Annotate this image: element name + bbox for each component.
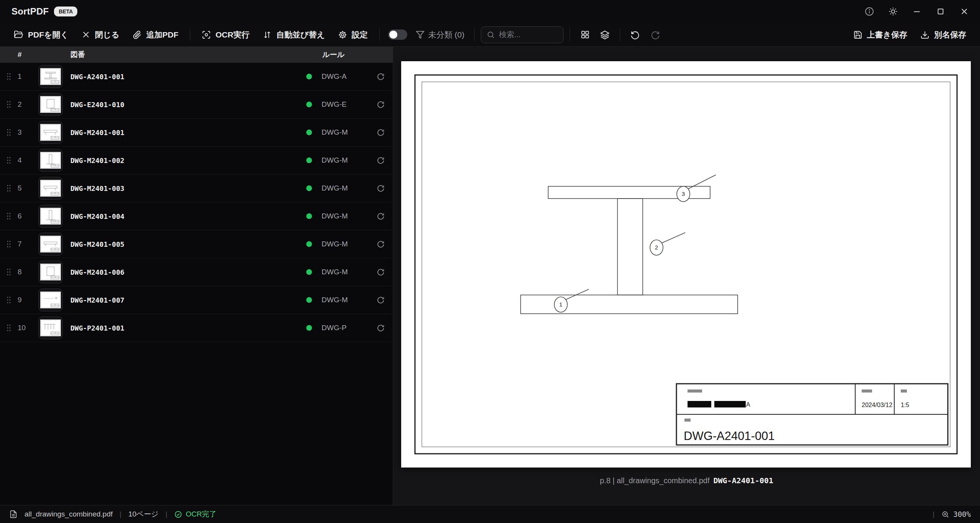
- page-thumbnail: [38, 93, 63, 116]
- drawing-number: DWG-M2401-007: [70, 296, 124, 304]
- table-row[interactable]: 8 DWG-M2401-006 DWG-M: [0, 258, 393, 286]
- toolbar-divider: [620, 28, 620, 41]
- toolbar-divider: [190, 28, 190, 41]
- drawing-number: DWG-M2401-003: [70, 184, 124, 192]
- pdf-page[interactable]: 3 2 1: [401, 61, 971, 468]
- svg-text:2: 2: [655, 244, 658, 251]
- save-as-button[interactable]: 別名保存: [915, 26, 972, 44]
- status-page-count: 10ページ: [128, 509, 158, 519]
- open-pdf-button[interactable]: PDFを開く: [8, 26, 74, 44]
- table-row[interactable]: 3 DWG-M2401-001 DWG-M: [0, 119, 393, 147]
- drag-handle-icon[interactable]: [4, 100, 14, 109]
- status-dot: [306, 158, 312, 163]
- drawing-number: DWG-P2401-001: [70, 324, 124, 332]
- refresh-icon[interactable]: [374, 209, 387, 223]
- table-row[interactable]: 7 DWG-M2401-005 DWG-M: [0, 230, 393, 258]
- page-thumbnail: [38, 233, 63, 256]
- refresh-icon[interactable]: [374, 125, 387, 139]
- table-row[interactable]: 5 DWG-M2401-003 DWG-M: [0, 174, 393, 202]
- auto-sort-button[interactable]: 自動並び替え: [257, 26, 330, 44]
- refresh-icon[interactable]: [374, 70, 387, 83]
- rule-label: DWG-M: [322, 128, 348, 137]
- field-label-bar: [684, 419, 691, 422]
- refresh-icon[interactable]: [374, 98, 387, 111]
- toolbar: PDFを開く 閉じる 追加PDF OCR実行 自動並び替え 設定 未分類 (0): [0, 23, 980, 47]
- close-pdf-button[interactable]: 閉じる: [76, 26, 125, 44]
- row-index: 8: [18, 268, 22, 276]
- drag-handle-icon[interactable]: [4, 156, 14, 165]
- page-thumbnail: [38, 261, 63, 283]
- refresh-icon[interactable]: [374, 237, 387, 251]
- drag-handle-icon[interactable]: [4, 212, 14, 220]
- undo-icon[interactable]: [626, 26, 644, 43]
- statusbar: all_drawings_combined.pdf | 10ページ | OCR完…: [0, 505, 980, 523]
- status-dot: [306, 269, 312, 275]
- page-thumbnail: [38, 288, 63, 311]
- maximize-button[interactable]: [932, 3, 949, 20]
- layers-icon[interactable]: [596, 26, 614, 43]
- ocr-scan-icon: [202, 30, 211, 39]
- row-index: 2: [18, 100, 22, 109]
- table-row[interactable]: 4 DWG-M2401-002 DWG-M: [0, 147, 393, 174]
- app-title: SortPDF: [11, 6, 49, 17]
- field-label-bar: [901, 389, 907, 393]
- page-thumbnail: [38, 149, 63, 172]
- drawing-number: DWG-M2401-005: [70, 240, 124, 248]
- header-rule: ルール: [322, 50, 345, 60]
- minimize-button[interactable]: [908, 3, 926, 20]
- title-block: A 2024/03/12 1:5 DWG-A2401-001: [676, 384, 948, 445]
- add-pdf-button[interactable]: 追加PDF: [127, 26, 184, 44]
- status-filename: all_drawings_combined.pdf: [24, 510, 113, 518]
- close-window-button[interactable]: [956, 3, 973, 20]
- rule-label: DWG-M: [322, 268, 348, 276]
- table-row[interactable]: 2 DWG-E2401-010 DWG-E: [0, 91, 393, 119]
- rule-label: DWG-M: [322, 240, 348, 248]
- rule-label: DWG-P: [322, 324, 346, 332]
- table-row[interactable]: 9 DWG-M2401-007 DWG-M: [0, 286, 393, 314]
- status-dot: [306, 213, 312, 219]
- zoom-in-icon: [941, 510, 949, 518]
- table-row[interactable]: 6 DWG-M2401-004 DWG-M: [0, 202, 393, 230]
- funnel-icon: [416, 30, 425, 39]
- leader-line: [688, 175, 716, 189]
- refresh-icon[interactable]: [374, 265, 387, 279]
- table-row[interactable]: 10 DWG-P2401-001 DWG-P: [0, 314, 393, 342]
- row-index: 1: [18, 72, 22, 81]
- pdf-preview-area: 3 2 1: [393, 47, 980, 505]
- drag-handle-icon[interactable]: [4, 72, 14, 81]
- refresh-icon[interactable]: [374, 181, 387, 195]
- drag-handle-icon[interactable]: [4, 268, 14, 276]
- theme-toggle-sun-icon[interactable]: [884, 3, 902, 20]
- settings-button[interactable]: 設定: [333, 26, 373, 44]
- web: [617, 199, 643, 295]
- drag-handle-icon[interactable]: [4, 240, 14, 248]
- redo-icon[interactable]: [646, 26, 664, 43]
- drag-handle-icon[interactable]: [4, 296, 14, 304]
- refresh-icon[interactable]: [374, 293, 387, 307]
- search-input[interactable]: [499, 30, 552, 39]
- toolbar-divider: [474, 28, 475, 41]
- save-overwrite-button[interactable]: 上書き保存: [848, 26, 913, 44]
- drag-handle-icon[interactable]: [4, 324, 14, 332]
- field-label-bar: [688, 389, 702, 393]
- close-x-icon: [82, 30, 90, 39]
- grid-view-icon[interactable]: [576, 26, 594, 43]
- drag-handle-icon[interactable]: [4, 128, 14, 137]
- header-index: #: [18, 51, 22, 59]
- floppy-save-icon: [853, 30, 862, 39]
- document-icon: [9, 510, 18, 518]
- filter-toggle[interactable]: [388, 29, 407, 40]
- app-window: SortPDF BETA PDFを開く 閉じる: [0, 0, 980, 523]
- row-index: 7: [18, 240, 22, 248]
- leader-line: [662, 233, 685, 243]
- info-icon[interactable]: [861, 3, 878, 20]
- refresh-icon[interactable]: [374, 153, 387, 167]
- run-ocr-button[interactable]: OCR実行: [196, 26, 255, 44]
- refresh-icon[interactable]: [374, 321, 387, 335]
- drag-handle-icon[interactable]: [4, 184, 14, 192]
- drawing-number: DWG-M2401-006: [70, 268, 124, 276]
- status-dot: [306, 130, 312, 135]
- unclassified-filter-button[interactable]: 未分類 (0): [412, 26, 469, 43]
- row-index: 9: [18, 296, 22, 304]
- table-row[interactable]: 1 DWG-A2401-001 DWG-A: [0, 63, 393, 91]
